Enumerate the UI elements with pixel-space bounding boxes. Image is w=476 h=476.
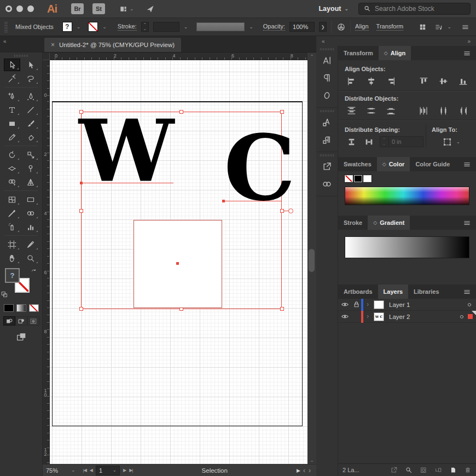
pen-tool[interactable] [4,90,20,102]
links-icon[interactable] [318,175,336,193]
distribute-bottom-button[interactable] [384,105,397,116]
scroll-left-arrow[interactable]: ‹ [303,467,305,474]
bbox-handle-bottom-left[interactable] [79,307,83,311]
bbox-handle-middle-left[interactable] [79,209,83,213]
direct-selection-tool[interactable] [22,59,39,71]
tab-close-icon[interactable]: × [51,41,55,49]
rectangle-tool[interactable] [4,117,20,130]
swap-fill-stroke-icon[interactable] [31,268,37,275]
tools-collapse-button[interactable]: « [3,38,7,44]
layer-name[interactable]: Layer 2 [386,314,458,320]
color-panel-menu-icon[interactable] [458,157,476,171]
clipping-mask-icon[interactable] [420,466,427,474]
status-display[interactable]: Selection [136,467,293,474]
vertical-scrollbar[interactable]: ⌄ [307,60,316,464]
lasso-tool[interactable] [22,72,39,85]
selection-tool[interactable] [4,59,20,71]
opacity-field[interactable]: 100% [289,22,315,32]
zoom-tool[interactable] [22,252,39,264]
scroll-up-arrow[interactable]: ⌃ [307,53,316,60]
spacing-horizontal-button[interactable] [362,136,375,147]
distribute-h-center-button[interactable] [437,105,450,116]
width-tool[interactable] [4,162,20,175]
layer-name[interactable]: Layer 1 [386,301,466,308]
tab-color-guide[interactable]: Color Guide [410,157,455,171]
perspective-grid-tool[interactable] [22,176,39,188]
stroke-weight-stepper[interactable]: ⌃⌄ [141,22,149,32]
layer-row[interactable]: Layer 1 [338,299,476,311]
strip-grip[interactable] [320,110,334,112]
scrollbar-down-icon[interactable]: ⌄ [310,458,314,463]
transform-panel-link[interactable]: Transform [376,23,404,31]
bbox-handle-bottom-right[interactable] [280,307,284,311]
align-bottom-button[interactable] [456,76,469,86]
artboard-tool[interactable] [4,238,20,251]
window-close-button[interactable] [5,5,12,12]
align-panel-menu-icon[interactable] [458,46,476,60]
opentype-icon[interactable] [318,86,336,104]
opacity-expand-button[interactable]: ❯ [319,22,327,32]
target-circle-icon[interactable] [458,314,465,320]
baseline-c-anchor[interactable] [222,200,225,202]
stroke-weight-label[interactable]: Stroke: [118,23,137,31]
delete-icon[interactable] [464,466,472,474]
collect-export-icon[interactable] [390,466,398,474]
gradient-preview[interactable] [345,236,469,258]
white-swatch[interactable] [363,175,371,182]
opacity-label[interactable]: Opacity: [263,23,285,31]
tab-stroke[interactable]: Stroke [338,216,368,230]
new-sublayer-icon[interactable] [434,466,442,474]
square-center-point[interactable] [176,262,179,265]
scale-tool[interactable] [22,148,39,161]
next-artboard-button[interactable]: ▶ [123,468,126,473]
window-zoom-button[interactable] [27,5,34,12]
tab-transform[interactable]: Transform [338,46,379,60]
workspace-dropdown[interactable]: Layout⌄ [318,5,349,13]
align-v-center-button[interactable] [437,76,450,86]
paragraph-align-icon[interactable] [434,23,443,31]
first-artboard-button[interactable]: |◀ [83,468,86,473]
zoom-level[interactable]: 75% [46,467,58,474]
paragraph-icon[interactable] [318,69,336,86]
tab-swatches[interactable]: Swatches [338,157,377,171]
tab-align[interactable]: ◇Align [379,46,411,60]
distribute-v-center-button[interactable] [364,105,378,116]
eyedropper-tool[interactable] [4,207,20,219]
symbol-sprayer-tool[interactable] [4,220,20,233]
prev-artboard-button[interactable]: ◀ [90,468,92,473]
black-swatch[interactable] [354,175,362,182]
scrollbar-thumb[interactable] [309,249,315,272]
tab-color[interactable]: ◇Color [377,157,410,171]
draw-normal-button[interactable] [3,316,15,326]
new-layer-icon[interactable] [449,466,457,474]
column-graph-tool[interactable] [22,220,39,233]
align-to-artboard-button[interactable] [441,136,454,147]
visibility-eye-icon[interactable] [338,300,351,309]
zoom-dropdown-chevron[interactable]: ⌄ [71,468,76,473]
layer-thumbnail[interactable]: W C [374,312,384,321]
distribute-top-button[interactable] [345,105,358,116]
layer-row[interactable]: W CLayer 2 [338,311,476,323]
control-bar-grip[interactable] [4,21,8,32]
tab-gradient[interactable]: ◇Gradient [368,216,410,230]
curvature-tool[interactable] [22,90,39,102]
color-mode-button[interactable] [4,304,14,312]
spacing-vertical-button[interactable] [345,136,358,147]
scroll-right-arrow[interactable]: › [309,467,311,474]
character-styles-icon[interactable] [318,113,336,131]
default-fill-stroke-icon[interactable] [1,291,8,298]
control-panel-menu-icon[interactable] [461,23,469,31]
fill-dropdown-chevron[interactable]: ⌄ [77,25,81,30]
strip-grip[interactable] [320,154,334,156]
line-segment-tool[interactable] [22,103,39,116]
expand-chevron-icon[interactable] [363,302,372,307]
locate-object-icon[interactable] [405,466,413,474]
expand-chevron-icon[interactable] [363,314,372,319]
tab-artboards[interactable]: Artboards [338,285,378,299]
stock-button[interactable]: St [92,3,105,14]
strip-grip[interactable] [320,48,334,50]
share-icon[interactable] [146,5,154,13]
width-profile-chevron[interactable]: ⌄ [249,25,253,30]
arrange-documents-icon[interactable] [419,23,427,31]
workspace-switcher-icon[interactable]: ⌄ [119,5,134,13]
